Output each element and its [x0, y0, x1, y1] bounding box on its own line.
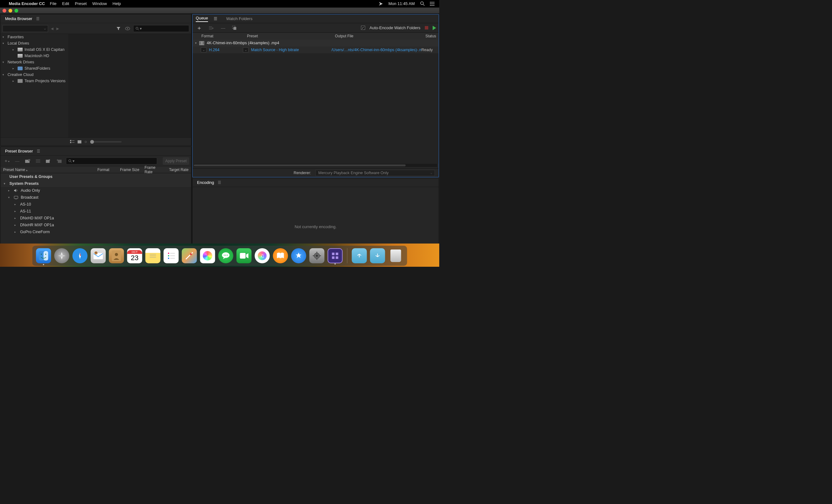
- media-browser-path-dropdown[interactable]: ⌵: [2, 25, 48, 32]
- window-close-button[interactable]: [2, 9, 6, 12]
- col-format[interactable]: Format: [95, 168, 118, 172]
- preset-browser-menu-icon[interactable]: ☰: [37, 149, 40, 153]
- app-name[interactable]: Media Encoder CC: [9, 1, 45, 6]
- qcol-output[interactable]: Output File: [332, 34, 423, 38]
- add-source-icon[interactable]: ＋: [195, 24, 203, 32]
- preset-gopro[interactable]: ▸GoPro CineForm: [1, 228, 191, 235]
- tree-item-macintosh-hd[interactable]: ▸Macintosh HD: [1, 53, 68, 59]
- queue-menu-icon[interactable]: ☰: [214, 16, 217, 21]
- menu-help[interactable]: Help: [112, 1, 121, 6]
- nav-back-icon[interactable]: ◄: [50, 26, 54, 31]
- dock-downloads-folder[interactable]: [370, 248, 385, 263]
- remove-preset-icon[interactable]: —: [14, 158, 21, 164]
- qcol-status[interactable]: Status: [423, 34, 439, 38]
- start-queue-button[interactable]: [433, 26, 436, 30]
- window-minimize-button[interactable]: [8, 9, 12, 12]
- spotlight-icon[interactable]: [420, 1, 425, 6]
- nav-forward-icon[interactable]: ►: [56, 26, 60, 31]
- dock-photos[interactable]: [200, 248, 215, 263]
- preset-settings-icon[interactable]: [34, 159, 42, 164]
- menu-edit[interactable]: Edit: [62, 1, 69, 6]
- output-preset[interactable]: Match Source - High bitrate: [251, 48, 332, 52]
- output-path[interactable]: /Users/…nts/4K-Chimei-inn-60mbps (4ksamp…: [332, 48, 421, 52]
- dock-notes[interactable]: [146, 248, 160, 263]
- dock-itunes[interactable]: ♫: [255, 248, 270, 263]
- preset-audio-only[interactable]: ▸Audio Only: [1, 187, 191, 194]
- dock-mail[interactable]: [91, 248, 106, 263]
- dock-trash[interactable]: [388, 248, 404, 263]
- tab-watch-folders[interactable]: Watch Folders: [226, 16, 252, 21]
- media-browser-tab[interactable]: Media Browser: [4, 15, 34, 22]
- dock-ibooks[interactable]: [273, 248, 288, 263]
- tree-favorites[interactable]: ▾Favorites: [1, 34, 68, 40]
- col-frame-size[interactable]: Frame Size: [118, 168, 142, 172]
- queue-source-row[interactable]: ▾ 4K-Chimei-inn-60mbps (4ksamples) .mp4: [192, 39, 439, 47]
- preset-user-groups[interactable]: User Presets & Groups: [1, 173, 191, 180]
- ingest-icon[interactable]: [124, 26, 131, 31]
- col-preset-name[interactable]: Preset Name ▴: [1, 168, 95, 172]
- qcol-preset[interactable]: Preset: [244, 34, 332, 38]
- media-browser-menu-icon[interactable]: ☰: [36, 17, 40, 21]
- status-icon[interactable]: [378, 1, 383, 6]
- preset-broadcast[interactable]: ▾Broadcast: [1, 194, 191, 201]
- preset-dnxhd[interactable]: ▸DNxHD MXF OP1a: [1, 215, 191, 222]
- preset-dnxhr[interactable]: ▸DNxHR MXF OP1a: [1, 222, 191, 228]
- dock-messages[interactable]: [218, 248, 233, 263]
- preset-as11[interactable]: ▸AS-11: [1, 208, 191, 215]
- tree-local-drives[interactable]: ▾Local Drives: [1, 40, 68, 47]
- tree-item-sharedfolders[interactable]: ▸SharedFolders: [1, 65, 68, 72]
- add-preset-icon[interactable]: ＋▾: [2, 158, 11, 164]
- dock-launchpad[interactable]: [54, 248, 70, 263]
- encoding-tab[interactable]: Encoding: [196, 179, 215, 186]
- preset-browser-tab[interactable]: Preset Browser: [4, 147, 34, 155]
- dock-safari[interactable]: [73, 248, 88, 263]
- dock-system-preferences[interactable]: [310, 248, 324, 263]
- expand-icon[interactable]: ▾: [195, 41, 197, 45]
- encoding-menu-icon[interactable]: ☰: [218, 180, 221, 185]
- col-frame-rate[interactable]: Frame Rate: [142, 165, 166, 174]
- preset-search[interactable]: ▾: [66, 158, 157, 164]
- view-list-icon[interactable]: [70, 140, 75, 144]
- media-browser-search[interactable]: ▾: [133, 25, 189, 32]
- col-target-rate[interactable]: Target Rate: [166, 168, 191, 172]
- thumbnail-size-slider[interactable]: [90, 141, 122, 142]
- queue-output-row[interactable]: ⌵ H.264 ⌵ Match Source - High bitrate /U…: [192, 47, 439, 53]
- menubar-clock[interactable]: Mon 11:45 AM: [388, 1, 415, 6]
- preset-dropdown[interactable]: ⌵: [243, 47, 249, 52]
- add-output-icon[interactable]: [208, 25, 215, 31]
- remove-icon[interactable]: —: [219, 25, 227, 31]
- duplicate-icon[interactable]: [231, 25, 238, 31]
- tree-item-install-osx[interactable]: ▸Install OS X El Capitan: [1, 47, 68, 53]
- view-thumb-icon[interactable]: [78, 140, 81, 143]
- preset-as10[interactable]: ▸AS-10: [1, 201, 191, 208]
- new-group-icon[interactable]: [24, 159, 31, 164]
- format-dropdown[interactable]: ⌵: [201, 47, 206, 52]
- menu-file[interactable]: File: [50, 1, 56, 6]
- tree-creative-cloud[interactable]: ▾Creative Cloud: [1, 72, 68, 78]
- menu-preset[interactable]: Preset: [75, 1, 87, 6]
- dock-maps[interactable]: [182, 248, 197, 263]
- dock-appstore[interactable]: [291, 248, 306, 263]
- dock-finder[interactable]: [36, 248, 51, 263]
- filter-icon[interactable]: [115, 26, 122, 31]
- tree-item-team-projects[interactable]: ▸Team Projects Versions: [1, 78, 68, 84]
- export-preset-icon[interactable]: [55, 159, 63, 164]
- renderer-select[interactable]: Mercury Playback Engine Software Only ⌵: [315, 170, 435, 176]
- stop-queue-button[interactable]: [425, 26, 428, 29]
- dock-applications-folder[interactable]: [352, 248, 367, 263]
- qcol-format[interactable]: Format: [192, 34, 244, 38]
- dock-contacts[interactable]: [109, 248, 124, 263]
- queue-hscrollbar[interactable]: [194, 164, 437, 167]
- window-zoom-button[interactable]: [15, 9, 18, 12]
- preset-system-presets[interactable]: ▾System Presets: [1, 180, 191, 187]
- dock-reminders[interactable]: [164, 248, 179, 263]
- notification-center-icon[interactable]: [430, 1, 435, 6]
- apply-preset-button[interactable]: Apply Preset: [163, 157, 189, 165]
- menu-window[interactable]: Window: [93, 1, 107, 6]
- output-format[interactable]: H.264: [209, 48, 243, 52]
- dock-media-encoder[interactable]: [328, 248, 343, 263]
- dock-calendar[interactable]: OCT 23: [127, 248, 142, 263]
- dock-facetime[interactable]: [237, 248, 252, 263]
- auto-encode-checkbox[interactable]: ✓: [361, 26, 365, 30]
- tree-network-drives[interactable]: ▾Network Drives: [1, 59, 68, 65]
